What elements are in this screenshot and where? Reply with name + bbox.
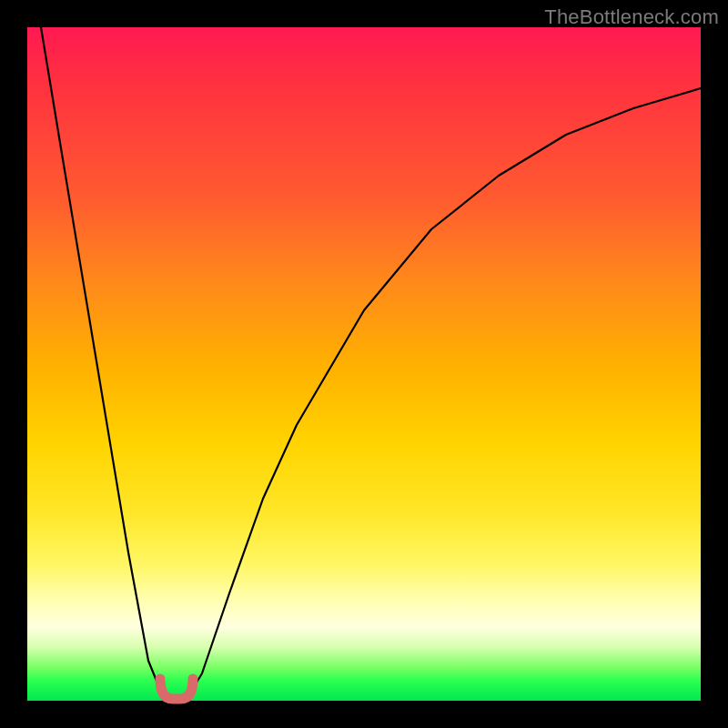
plot-area xyxy=(27,27,701,701)
curve-layer xyxy=(27,27,701,701)
bottleneck-curve xyxy=(41,27,701,701)
watermark-text: TheBottleneck.com xyxy=(544,5,719,29)
valley-marker xyxy=(160,679,193,699)
chart-frame: TheBottleneck.com xyxy=(0,0,728,728)
